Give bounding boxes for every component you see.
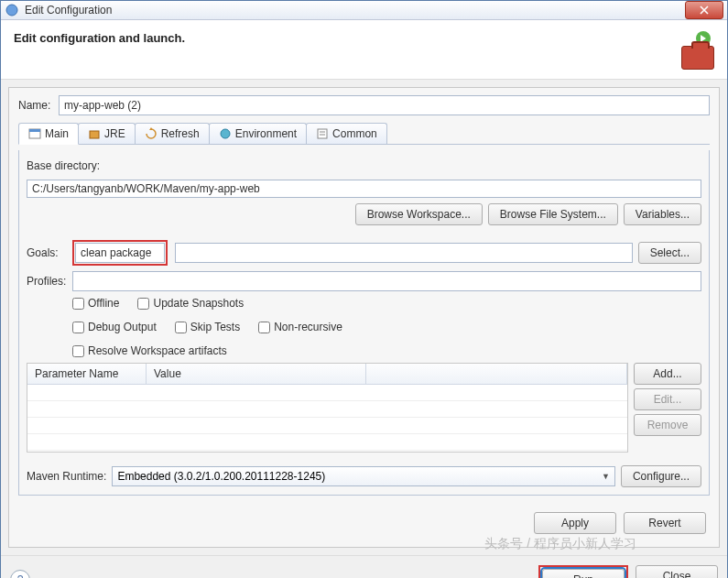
goals-input[interactable] [75,243,165,263]
close-window-button[interactable] [685,1,723,19]
col-blank [366,364,627,384]
dialog-footer: ? Run Close [1,555,727,578]
non-recursive-check[interactable]: Non-recursive [258,321,342,333]
table-row[interactable] [27,385,627,401]
col-parameter-name[interactable]: Parameter Name [27,364,147,384]
main-tab-icon [28,127,41,140]
close-button[interactable]: Close [636,565,718,578]
svg-point-4 [221,129,230,138]
dialog-title: Edit configuration and launch. [14,31,670,45]
window-title: Edit Configuration [25,4,685,16]
tab-refresh[interactable]: Refresh [135,123,210,144]
runtime-value: Embedded (3.0.2/1.0.200.20111228-1245) [117,470,325,483]
goals-label: Goals: [27,246,67,259]
jre-tab-icon [88,127,101,140]
runtime-combo[interactable]: Embedded (3.0.2/1.0.200.20111228-1245) ▼ [112,466,615,486]
resolve-workspace-check[interactable]: Resolve Workspace artifacts [72,344,227,357]
revert-button[interactable]: Revert [624,512,706,534]
runtime-label: Maven Runtime: [27,470,106,483]
options-checks: Offline Update Snapshots Debug Output Sk… [72,297,701,357]
common-tab-icon [316,127,329,140]
tab-environment[interactable]: Environment [209,123,307,144]
run-config-icon [670,31,714,70]
configure-runtime-button[interactable]: Configure... [621,465,701,487]
tab-main[interactable]: Main [18,123,79,145]
apply-revert-row: Apply Revert [18,507,710,540]
tab-refresh-label: Refresh [161,127,200,140]
help-button[interactable]: ? [10,570,30,578]
col-value[interactable]: Value [147,364,366,384]
goals-input-extra[interactable] [175,243,633,263]
goals-highlight [72,240,168,266]
main-tab-body: Base directory: Browse Workspace... Brow… [18,150,710,496]
tab-main-label: Main [45,127,69,140]
debug-output-check[interactable]: Debug Output [72,321,157,333]
base-directory-label: Base directory: [27,158,701,174]
environment-tab-icon [219,127,232,140]
tab-common-label: Common [332,127,377,140]
update-snapshots-check[interactable]: Update Snapshots [137,297,244,310]
add-param-button[interactable]: Add... [634,363,701,385]
params-table-wrap: Parameter Name Value Add... [27,363,701,453]
offline-check[interactable]: Offline [72,297,119,310]
run-button[interactable]: Run [542,569,625,578]
config-tabs: Main JRE Refresh Environment Common [18,123,710,145]
browse-filesystem-button[interactable]: Browse File System... [488,203,618,225]
name-row: Name: [18,95,710,115]
remove-param-button[interactable]: Remove [634,414,701,436]
goals-row: Goals: Select... [27,240,701,266]
run-highlight: Run [538,565,628,578]
table-row[interactable] [27,418,627,434]
name-label: Name: [18,99,53,112]
edit-configuration-window: Edit Configuration Edit configuration an… [0,0,728,578]
chevron-down-icon: ▼ [602,472,610,481]
browse-workspace-button[interactable]: Browse Workspace... [355,203,483,225]
tab-jre-label: JRE [104,127,125,140]
svg-point-0 [6,5,17,16]
app-icon [5,3,19,17]
tab-common[interactable]: Common [306,123,387,144]
svg-rect-5 [318,129,327,138]
goals-select-button[interactable]: Select... [638,242,701,264]
svg-rect-3 [90,131,99,138]
config-panel: Name: Main JRE Refresh Enviro [8,87,720,548]
runtime-row: Maven Runtime: Embedded (3.0.2/1.0.200.2… [27,465,701,487]
params-table[interactable]: Parameter Name Value [27,363,628,453]
toolbox-icon [681,46,714,70]
apply-button[interactable]: Apply [534,512,616,534]
name-input[interactable] [59,95,710,115]
profiles-label: Profiles: [27,275,67,288]
edit-param-button[interactable]: Edit... [634,388,701,410]
refresh-tab-icon [145,127,158,140]
variables-button[interactable]: Variables... [624,203,701,225]
titlebar: Edit Configuration [1,1,727,20]
table-row[interactable] [27,434,627,451]
footer-buttons: Run Close [538,565,718,578]
tab-environment-label: Environment [235,127,297,140]
base-directory-input[interactable] [27,180,701,198]
skip-tests-check[interactable]: Skip Tests [175,321,240,333]
dialog-body: Name: Main JRE Refresh Enviro [1,80,727,555]
table-row[interactable] [27,401,627,418]
profiles-input[interactable] [72,271,701,291]
base-directory-buttons: Browse Workspace... Browse File System..… [27,203,701,225]
dialog-header: Edit configuration and launch. [1,20,727,80]
params-table-body [27,385,627,451]
params-table-head: Parameter Name Value [27,364,627,385]
profiles-row: Profiles: [27,271,701,291]
svg-rect-2 [29,129,40,132]
tab-jre[interactable]: JRE [78,123,136,144]
params-side-buttons: Add... Edit... Remove [634,363,701,453]
